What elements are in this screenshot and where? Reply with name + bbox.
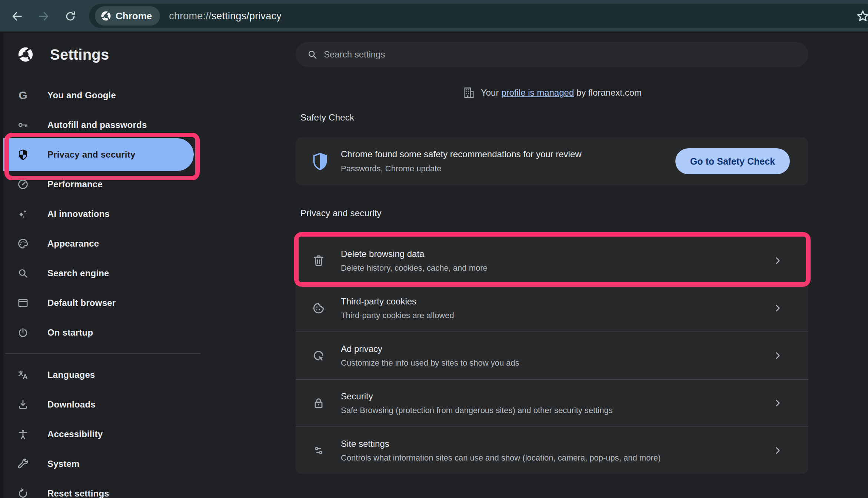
- row-title: Ad privacy: [341, 344, 519, 354]
- sidebar-item-on-startup[interactable]: On startup: [3, 318, 194, 347]
- sidebar-item-languages[interactable]: Languages: [3, 360, 194, 390]
- sidebar-item-reset-settings[interactable]: Reset settings: [3, 479, 194, 498]
- row-subtitle: Delete history, cookies, cache, and more: [341, 263, 488, 273]
- cookie-icon: [311, 301, 326, 316]
- row-title: Delete browsing data: [341, 249, 488, 259]
- safety-card-subtitle: Passwords, Chrome update: [341, 164, 582, 174]
- sidebar-item-system[interactable]: System: [3, 449, 194, 479]
- settings-brand: Settings: [17, 46, 109, 63]
- enterprise-building-icon: [462, 86, 476, 99]
- url-text: chrome://settings/privacy: [169, 10, 282, 22]
- window-edge: [0, 33, 3, 498]
- address-bar[interactable]: Chrome chrome://settings/privacy: [89, 4, 868, 28]
- power-icon: [17, 326, 29, 339]
- row-subtitle: Customize the info used by sites to show…: [341, 358, 519, 368]
- go-to-safety-check-button[interactable]: Go to Safety Check: [675, 148, 790, 174]
- safety-check-card: Chrome found some safety recommendations…: [296, 137, 808, 185]
- row-title: Security: [341, 391, 613, 402]
- settings-sidebar: Settings G You and Google Autofill and p…: [3, 34, 211, 498]
- site-settings-row[interactable]: Site settings Controls what information …: [296, 426, 808, 474]
- key-icon: [17, 119, 29, 131]
- row-subtitle: Third-party cookies are allowed: [341, 311, 454, 320]
- sidebar-item-performance[interactable]: Performance: [3, 169, 194, 199]
- chevron-right-icon: [773, 256, 782, 266]
- privacy-settings-card: Delete browsing data Delete history, coo…: [296, 237, 808, 474]
- lock-icon: [311, 396, 326, 410]
- chevron-right-icon: [773, 446, 782, 455]
- safety-card-title: Chrome found some safety recommendations…: [341, 149, 582, 159]
- sidebar-item-ai-innovations[interactable]: AI innovations: [3, 199, 194, 229]
- url-path: settings/privacy: [212, 10, 282, 22]
- chrome-badge: Chrome: [95, 6, 160, 26]
- managed-text: Your profile is managed by floranext.com: [481, 88, 642, 98]
- shield-half-icon: [312, 152, 328, 170]
- search-icon: [307, 49, 318, 60]
- sidebar-item-appearance[interactable]: Appearance: [3, 229, 194, 258]
- speedometer-icon: [17, 178, 29, 191]
- sidebar-item-you-and-google[interactable]: G You and Google: [3, 80, 194, 110]
- page-title: Settings: [50, 46, 109, 63]
- chrome-window: Chrome chrome://settings/privacy Se: [0, 0, 868, 498]
- ad-privacy-row[interactable]: Ad privacy Customize the info used by si…: [296, 332, 808, 379]
- trash-icon: [311, 253, 326, 268]
- chrome-badge-label: Chrome: [116, 10, 152, 22]
- back-icon[interactable]: [9, 8, 25, 24]
- profile-managed-link[interactable]: profile is managed: [501, 88, 574, 98]
- privacy-security-heading: Privacy and security: [300, 208, 382, 218]
- delete-browsing-data-row[interactable]: Delete browsing data Delete history, coo…: [296, 237, 808, 284]
- sidebar-divider: [5, 353, 200, 354]
- forward-icon[interactable]: [36, 8, 52, 24]
- chevron-right-icon: [773, 398, 782, 408]
- wrench-icon: [17, 458, 29, 470]
- ad-click-icon: [311, 348, 326, 363]
- chevron-right-icon: [773, 351, 782, 360]
- row-subtitle: Safe Browsing (protection from dangerous…: [341, 406, 613, 415]
- url-scheme: chrome://: [169, 10, 211, 22]
- sidebar-item-privacy-and-security[interactable]: Privacy and security: [3, 138, 194, 171]
- tune-icon: [311, 443, 326, 458]
- safety-check-heading: Safety Check: [300, 112, 354, 123]
- search-icon: [17, 267, 29, 280]
- third-party-cookies-row[interactable]: Third-party cookies Third-party cookies …: [296, 284, 808, 332]
- sidebar-item-default-browser[interactable]: Default browser: [3, 288, 194, 318]
- settings-content: Search settings Your profile is managed …: [296, 34, 808, 498]
- row-title: Third-party cookies: [341, 296, 454, 307]
- reset-icon: [17, 487, 29, 498]
- search-settings-input[interactable]: Search settings: [296, 42, 808, 67]
- translate-icon: [17, 369, 29, 381]
- row-subtitle: Controls what information sites can use …: [341, 453, 661, 463]
- chrome-logo-icon: [17, 46, 34, 63]
- sidebar-nav: G You and Google Autofill and passwords: [3, 80, 211, 498]
- download-icon: [17, 398, 29, 411]
- accessibility-icon: [17, 428, 29, 441]
- palette-icon: [17, 237, 29, 250]
- security-row[interactable]: Security Safe Browsing (protection from …: [296, 379, 808, 426]
- sidebar-item-autofill[interactable]: Autofill and passwords: [3, 110, 194, 140]
- managed-profile-notice: Your profile is managed by floranext.com: [296, 85, 808, 101]
- sidebar-item-downloads[interactable]: Downloads: [3, 390, 194, 419]
- sparkle-icon: [17, 208, 29, 220]
- sidebar-item-search-engine[interactable]: Search engine: [3, 258, 194, 288]
- search-placeholder: Search settings: [324, 49, 385, 60]
- google-g-icon: G: [17, 89, 29, 102]
- chrome-logo-icon: [100, 10, 112, 22]
- browser-window-icon: [17, 297, 29, 309]
- reload-icon[interactable]: [62, 8, 79, 24]
- star-icon[interactable]: [855, 9, 868, 24]
- browser-toolbar: Chrome chrome://settings/privacy: [0, 0, 868, 33]
- shield-icon: [17, 148, 29, 161]
- sidebar-item-accessibility[interactable]: Accessibility: [3, 419, 194, 449]
- row-title: Site settings: [341, 439, 661, 449]
- chevron-right-icon: [773, 303, 782, 313]
